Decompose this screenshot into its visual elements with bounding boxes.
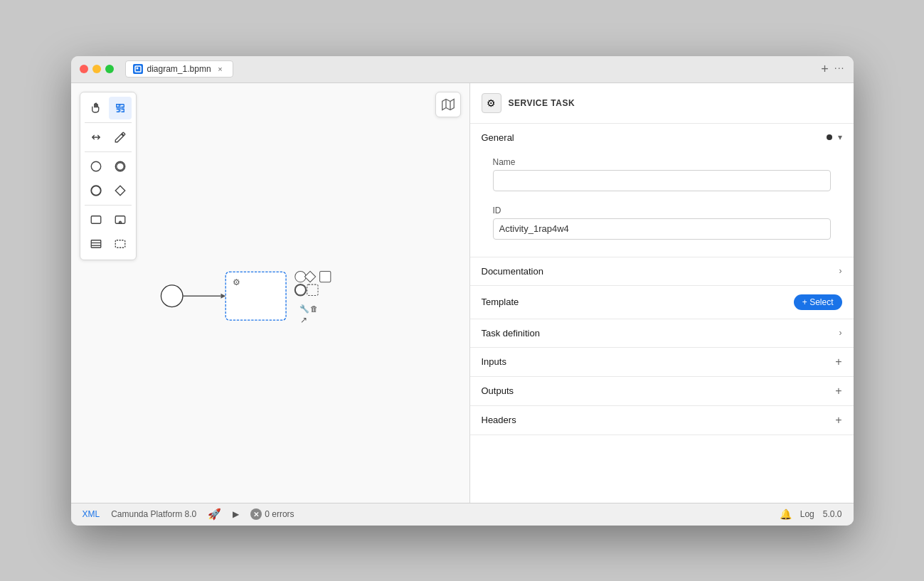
task-definition-section-title: Task definition (482, 328, 540, 339)
context-subprocess[interactable] (307, 284, 317, 295)
right-panel: ⚙ SERVICE TASK General ▾ Name (469, 83, 854, 503)
diagram-tab[interactable]: diagram_1.bpmn × (125, 60, 233, 78)
general-section-body: Name ID (470, 151, 854, 257)
svg-point-1 (136, 68, 138, 70)
tab-close-button[interactable]: × (216, 64, 225, 74)
general-section-header[interactable]: General ▾ (470, 124, 854, 151)
documentation-section: Documentation › (470, 257, 854, 286)
name-form-group: Name (482, 151, 842, 200)
outputs-section-title: Outputs (482, 385, 514, 396)
inputs-section-title: Inputs (482, 356, 506, 367)
task-definition-chevron-icon: › (839, 328, 842, 338)
errors-badge: ✕ 0 errors (250, 508, 294, 520)
tab-actions: + ··· (821, 62, 844, 77)
errors-label: 0 errors (265, 509, 294, 519)
status-bar: XML Camunda Platform 8.0 🚀 ▶ ✕ 0 errors … (71, 503, 854, 526)
outputs-add-button[interactable]: + (835, 385, 841, 397)
documentation-section-header[interactable]: Documentation › (470, 257, 854, 285)
id-form-group: ID (482, 200, 842, 248)
canvas-area[interactable]: ⚙ 🔧 🗑 ↗ (71, 83, 469, 503)
deploy-icon[interactable]: 🚀 (208, 508, 221, 521)
headers-section-actions: + (835, 415, 841, 426)
tab-label: diagram_1.bpmn (147, 64, 211, 74)
general-section: General ▾ Name ID (470, 124, 854, 257)
name-label: Name (493, 157, 831, 167)
status-bar-right: 🔔 Log 5.0.0 (780, 508, 842, 520)
more-tabs-button[interactable]: ··· (834, 62, 845, 77)
general-section-title: General (482, 132, 514, 143)
traffic-lights (80, 65, 114, 73)
log-label[interactable]: Log (800, 509, 814, 519)
context-arrow[interactable]: ↗ (300, 315, 307, 325)
panel-header: ⚙ SERVICE TASK (470, 83, 854, 124)
version-label: 5.0.0 (823, 509, 842, 519)
inputs-section-header[interactable]: Inputs + (470, 348, 854, 376)
documentation-section-actions: › (839, 266, 842, 276)
template-section-actions: + Select (794, 294, 842, 310)
name-input[interactable] (493, 170, 831, 191)
outputs-section-actions: + (835, 385, 841, 397)
error-icon: ✕ (250, 508, 262, 520)
app-window: diagram_1.bpmn × + ··· (71, 56, 854, 526)
task-definition-section-actions: › (839, 328, 842, 338)
minimize-button[interactable] (92, 65, 101, 73)
context-gateway[interactable] (304, 271, 315, 282)
close-button[interactable] (80, 65, 88, 73)
arrow-head (221, 293, 225, 298)
template-select-button[interactable]: + Select (794, 294, 842, 310)
platform-label: Camunda Platform 8.0 (111, 509, 196, 519)
outputs-section: Outputs + (470, 377, 854, 406)
general-chevron-icon: ▾ (838, 132, 842, 142)
id-input[interactable] (493, 218, 831, 240)
template-section: Template + Select (470, 286, 854, 319)
headers-section-title: Headers (482, 415, 516, 425)
headers-section-header[interactable]: Headers + (470, 406, 854, 435)
header-gear-icon: ⚙ (487, 97, 496, 109)
notification-icon[interactable]: 🔔 (780, 508, 792, 520)
template-section-title: Template (482, 297, 519, 307)
outputs-section-header[interactable]: Outputs + (470, 377, 854, 405)
new-tab-button[interactable]: + (821, 62, 829, 77)
inputs-section: Inputs + (470, 348, 854, 377)
tab-bar: diagram_1.bpmn × + ··· (125, 60, 845, 78)
xml-label[interactable]: XML (83, 509, 100, 519)
tab-icon (133, 64, 143, 74)
inputs-add-button[interactable]: + (835, 356, 841, 368)
titlebar: diagram_1.bpmn × + ··· (71, 56, 854, 83)
context-trash[interactable]: 🗑 (309, 304, 317, 313)
service-task-icon: ⚙ (232, 277, 240, 287)
diagram-canvas[interactable]: ⚙ 🔧 🗑 ↗ (71, 83, 469, 503)
panel-title: SERVICE TASK (509, 98, 575, 108)
main-content: ⚙ 🔧 🗑 ↗ (71, 83, 854, 503)
template-section-header[interactable]: Template + Select (470, 286, 854, 319)
task-definition-section: Task definition › (470, 319, 854, 348)
headers-section: Headers + (470, 406, 854, 435)
service-task-header-icon: ⚙ (482, 93, 501, 113)
task-definition-section-header[interactable]: Task definition › (470, 319, 854, 347)
play-button[interactable]: ▶ (233, 509, 239, 519)
inputs-section-actions: + (835, 356, 841, 368)
general-section-actions: ▾ (827, 132, 842, 142)
maximize-button[interactable] (105, 65, 114, 73)
documentation-section-title: Documentation (482, 266, 543, 277)
context-task[interactable] (319, 271, 330, 282)
documentation-chevron-icon: › (839, 266, 842, 276)
start-event-shape[interactable] (161, 284, 183, 307)
context-wrench[interactable]: 🔧 (299, 304, 309, 314)
id-label: ID (493, 206, 831, 215)
general-dot-indicator (827, 134, 832, 140)
context-end-event[interactable] (294, 284, 305, 295)
headers-add-button[interactable]: + (835, 415, 841, 426)
